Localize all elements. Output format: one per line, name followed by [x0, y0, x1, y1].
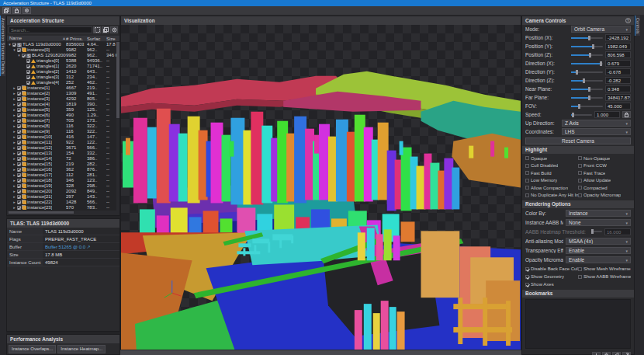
- expand-all-icon[interactable]: [93, 26, 101, 33]
- slider-handle[interactable]: [600, 61, 602, 66]
- column-name[interactable]: Name▴: [7, 36, 66, 41]
- tree-row[interactable]: ▾SBLAS 12918200009982962..346 KB: [7, 53, 119, 58]
- expander-icon[interactable]: ▾: [8, 42, 12, 47]
- edit-bookmark-icon[interactable]: [612, 352, 621, 355]
- slider-value[interactable]: -2428.192: [605, 34, 631, 41]
- row-checkbox[interactable]: [17, 195, 21, 199]
- speed-value[interactable]: 1.000: [594, 111, 620, 118]
- coordinates-select[interactable]: LHS▾: [562, 128, 631, 135]
- tree-row[interactable]: triangles[1]262071741..--: [7, 64, 119, 69]
- tree-row[interactable]: ▸instance[1]4667219..--: [7, 85, 119, 91]
- tree-row[interactable]: ▸instance[19]328298..--: [7, 183, 119, 189]
- row-checkbox[interactable]: [17, 141, 21, 144]
- tree-row[interactable]: ▸instance[18]346123..--: [7, 178, 119, 183]
- slider-track[interactable]: [571, 89, 603, 90]
- tab-acceleration-structure-details[interactable]: Acceleration Structure Details: [0, 16, 5, 76]
- expander-icon[interactable]: ▸: [12, 91, 16, 96]
- tree-row[interactable]: ▸instance[5]359125..--: [7, 107, 119, 113]
- row-checkbox[interactable]: [26, 59, 30, 63]
- tree-row[interactable]: triangles[4]252462..--: [7, 80, 119, 85]
- checkbox[interactable]: [525, 186, 529, 190]
- row-checkbox[interactable]: [17, 119, 21, 123]
- row-checkbox[interactable]: [17, 206, 21, 210]
- delete-bookmark-icon[interactable]: [602, 352, 611, 355]
- expander-icon[interactable]: ▸: [12, 194, 16, 200]
- tree-row[interactable]: ▸instance[9]116322..--: [7, 129, 119, 134]
- row-checkbox[interactable]: [17, 168, 21, 172]
- row-checkbox[interactable]: [26, 75, 30, 79]
- row-checkbox[interactable]: [17, 130, 21, 134]
- search-input[interactable]: [9, 26, 92, 33]
- slider-track[interactable]: [571, 80, 603, 82]
- tree-row[interactable]: ▸instance[20]2092849..--: [7, 189, 119, 194]
- expander-icon[interactable]: ▸: [12, 162, 16, 167]
- row-checkbox[interactable]: [17, 92, 21, 96]
- tree-vertical-scrollbar[interactable]: [116, 42, 119, 211]
- checkbox[interactable]: [525, 283, 529, 287]
- row-checkbox[interactable]: [17, 179, 21, 183]
- tab-instance-heatmap[interactable]: Instance Heatmap...: [57, 345, 106, 353]
- checkbox[interactable]: [578, 193, 582, 197]
- checkbox[interactable]: [578, 267, 582, 271]
- tree-horizontal-scrollbar[interactable]: [7, 211, 119, 214]
- tree-row[interactable]: ▸instance[17]112281..--: [7, 172, 119, 178]
- tree-row[interactable]: ▸instance[10]416147..--: [7, 134, 119, 140]
- tree-row[interactable]: triangles[0]538894936..--: [7, 58, 119, 64]
- tree-row[interactable]: ▸instance[3]4292805..--: [7, 96, 119, 102]
- add-bookmark-icon[interactable]: [592, 352, 601, 355]
- checkbox[interactable]: [578, 164, 582, 168]
- expander-icon[interactable]: ▾: [12, 47, 16, 53]
- slider-handle[interactable]: [576, 70, 578, 75]
- tree-row[interactable]: ▸instance[13]154332..--: [7, 151, 119, 156]
- slider-track[interactable]: [571, 97, 603, 99]
- slider-handle[interactable]: [578, 104, 580, 109]
- column-prims[interactable]: # Prims.: [66, 36, 87, 41]
- checkbox[interactable]: [525, 164, 529, 168]
- tree-row[interactable]: ▾STLAS 119d3d000083560034.64..17.8 M: [7, 42, 119, 47]
- row-checkbox[interactable]: [26, 81, 30, 85]
- expander-icon[interactable]: ▸: [12, 205, 16, 211]
- checkbox[interactable]: [578, 179, 582, 183]
- tree-row[interactable]: ▸instance[16]362876..--: [7, 167, 119, 172]
- tab-controls[interactable]: Controls: [635, 16, 640, 36]
- tree-row[interactable]: ▸instance[12]3671566..--: [7, 145, 119, 151]
- slider-value[interactable]: 1982.049: [605, 43, 631, 50]
- expander-icon[interactable]: ▸: [12, 118, 16, 124]
- expander-icon[interactable]: ▾: [17, 53, 21, 58]
- settings-icon[interactable]: [23, 7, 31, 14]
- slider-track[interactable]: [571, 54, 603, 56]
- buffer-link[interactable]: Buffer 51265 @ 0.0 ↗: [43, 243, 119, 250]
- row-checkbox[interactable]: [17, 146, 21, 150]
- expander-icon[interactable]: ▸: [12, 145, 16, 151]
- row-checkbox[interactable]: [17, 124, 21, 128]
- slider-handle[interactable]: [572, 113, 574, 117]
- row-checkbox[interactable]: [17, 97, 21, 101]
- row-checkbox[interactable]: [17, 184, 21, 188]
- row-checkbox[interactable]: [17, 173, 21, 177]
- slider-track[interactable]: [571, 46, 603, 47]
- expander-icon[interactable]: ▸: [12, 189, 16, 194]
- help-icon[interactable]: ?: [625, 18, 631, 23]
- expander-icon[interactable]: ▸: [12, 107, 16, 113]
- slider-handle[interactable]: [583, 78, 585, 83]
- expander-icon[interactable]: ▸: [12, 156, 16, 162]
- checkbox[interactable]: [578, 156, 582, 160]
- checkbox[interactable]: [578, 186, 582, 190]
- option-select[interactable]: Instance▾: [566, 210, 631, 217]
- checkbox[interactable]: [525, 156, 529, 160]
- collapse-all-icon[interactable]: [102, 26, 109, 33]
- expander-icon[interactable]: ▸: [12, 113, 16, 118]
- expander-icon[interactable]: ▸: [12, 172, 16, 178]
- checkbox[interactable]: [578, 171, 582, 175]
- tree-row[interactable]: ▸instance[14]72386..--: [7, 156, 119, 162]
- row-checkbox[interactable]: [17, 190, 21, 193]
- slider-handle[interactable]: [588, 87, 590, 92]
- slider-handle[interactable]: [589, 53, 591, 57]
- checkbox[interactable]: [525, 267, 529, 271]
- slider-value[interactable]: 0.348: [605, 85, 631, 92]
- expander-icon[interactable]: ▸: [12, 151, 16, 156]
- slider-handle[interactable]: [588, 96, 590, 100]
- tree-row[interactable]: ▸instance[7]705173..--: [7, 118, 119, 124]
- row-checkbox[interactable]: [17, 108, 21, 112]
- bookmarks-list[interactable]: [525, 299, 631, 349]
